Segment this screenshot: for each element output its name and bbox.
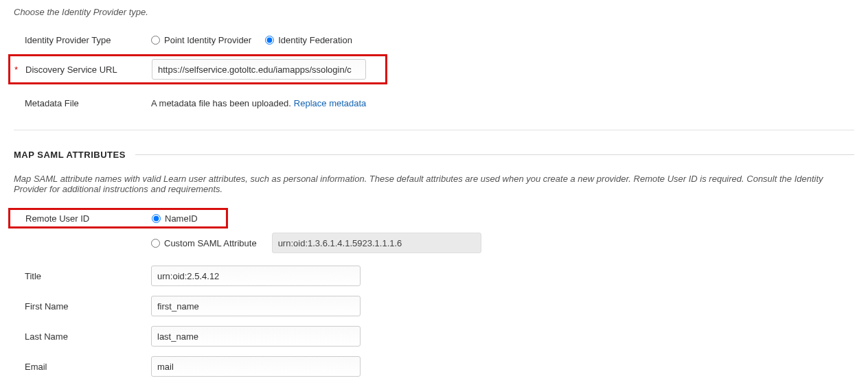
- row-remote-user-id-highlighted: Remote User ID NameID: [8, 208, 228, 228]
- radio-federation-wrap[interactable]: Identity Federation: [265, 35, 352, 45]
- required-placeholder: [14, 35, 19, 45]
- label-idp-type: Identity Provider Type: [25, 35, 111, 45]
- radio-federation-label: Identity Federation: [278, 35, 352, 45]
- radio-point-label: Point Identity Provider: [164, 35, 251, 45]
- radio-identity-federation[interactable]: [265, 36, 274, 45]
- label-first-name: First Name: [25, 301, 69, 312]
- radio-custom-attr-wrap[interactable]: Custom SAML Attribute: [151, 238, 257, 248]
- label-metadata-file: Metadata File: [25, 98, 79, 108]
- label-title: Title: [25, 271, 41, 281]
- label-last-name: Last Name: [25, 331, 68, 342]
- input-last-name[interactable]: [151, 326, 361, 347]
- row-title: Title: [14, 266, 854, 286]
- row-idp-type: Identity Provider Type Point Identity Pr…: [14, 30, 854, 50]
- row-email: Email: [14, 356, 854, 377]
- link-replace-metadata[interactable]: Replace metadata: [294, 98, 367, 108]
- section-header-map-saml: MAP SAML ATTRIBUTES: [14, 150, 854, 160]
- row-first-name: First Name: [14, 296, 854, 316]
- required-placeholder-remote: [14, 213, 20, 224]
- intro-text: Choose the Identity Provider type.: [14, 7, 854, 17]
- divider-1: [14, 130, 854, 130]
- section-title: MAP SAML ATTRIBUTES: [14, 150, 126, 160]
- page-root: Choose the Identity Provider type. Ident…: [0, 0, 868, 387]
- metadata-uploaded-text: A metadata file has been uploaded.: [151, 98, 291, 108]
- input-email[interactable]: [151, 356, 361, 377]
- label-email: Email: [25, 362, 47, 372]
- input-first-name[interactable]: [151, 296, 361, 316]
- row-custom-saml-attr: Custom SAML Attribute: [14, 233, 854, 253]
- row-last-name: Last Name: [14, 326, 854, 347]
- radio-custom-attr-label: Custom SAML Attribute: [164, 238, 257, 248]
- radio-custom-saml-attribute[interactable]: [151, 239, 160, 248]
- label-discovery-url: Discovery Service URL: [25, 64, 117, 75]
- label-remote-user-id: Remote User ID: [25, 213, 89, 224]
- radio-point-wrap[interactable]: Point Identity Provider: [151, 35, 251, 45]
- required-mark-discovery: *: [14, 64, 20, 75]
- input-custom-saml-attribute: [272, 233, 481, 253]
- section-rule: [135, 154, 854, 155]
- radio-nameid-wrap[interactable]: NameID: [152, 213, 198, 224]
- radio-nameid-label: NameID: [165, 213, 198, 224]
- radio-point-identity-provider[interactable]: [151, 36, 160, 45]
- radio-nameid[interactable]: [152, 214, 161, 223]
- input-discovery-url[interactable]: [152, 59, 366, 80]
- row-discovery-url-highlighted: * Discovery Service URL: [8, 54, 387, 84]
- required-placeholder-metadata: [14, 98, 19, 108]
- section-intro-text: Map SAML attribute names with valid Lear…: [14, 174, 838, 194]
- input-title[interactable]: [151, 266, 361, 286]
- row-metadata-file: Metadata File A metadata file has been u…: [14, 93, 854, 113]
